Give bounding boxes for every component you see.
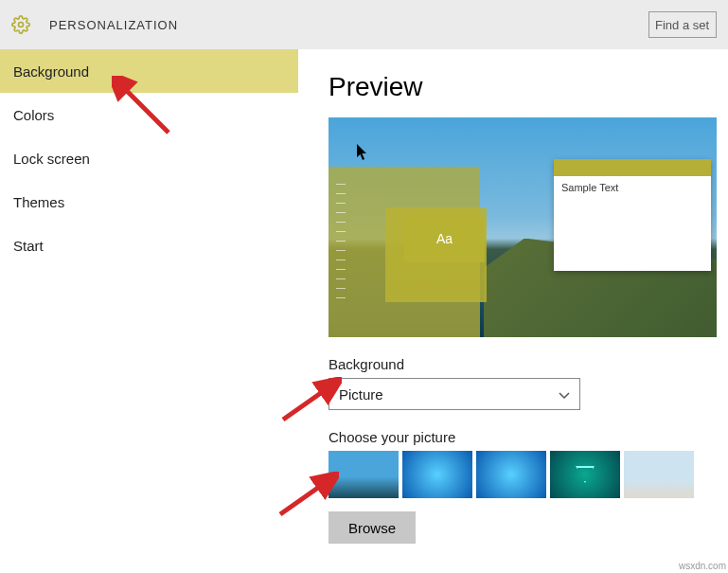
sidebar-item-lockscreen[interactable]: Lock screen bbox=[0, 136, 298, 180]
watermark: wsxdn.com bbox=[679, 561, 726, 571]
sidebar-item-colors[interactable]: Colors bbox=[0, 93, 298, 136]
gear-icon bbox=[11, 15, 30, 34]
choose-picture-label: Choose your picture bbox=[328, 429, 728, 445]
picture-thumb-3[interactable] bbox=[550, 451, 620, 498]
cursor-icon bbox=[357, 144, 370, 165]
dropdown-value: Picture bbox=[339, 386, 383, 403]
sidebar-item-label: Colors bbox=[13, 107, 54, 123]
picture-thumb-1[interactable] bbox=[402, 451, 472, 498]
sidebar-item-label: Background bbox=[13, 63, 89, 80]
sidebar: Background Colors Lock screen Themes Sta… bbox=[0, 49, 298, 573]
browse-button[interactable]: Browse bbox=[328, 511, 416, 544]
search-input[interactable]: Find a set bbox=[648, 11, 717, 38]
preview-heading: Preview bbox=[328, 72, 728, 102]
svg-point-0 bbox=[19, 23, 24, 27]
header-bar: PERSONALIZATION Find a set bbox=[0, 0, 728, 49]
picture-thumb-2[interactable] bbox=[476, 451, 546, 498]
sidebar-item-start[interactable]: Start bbox=[0, 224, 298, 267]
preview-sample-window: Sample Text bbox=[554, 159, 711, 271]
picture-thumbnails bbox=[328, 451, 728, 498]
sample-window-text: Sample Text bbox=[554, 176, 711, 199]
preview-aa-tile: Aa bbox=[404, 215, 485, 262]
sidebar-item-label: Start bbox=[13, 238, 44, 254]
sidebar-item-label: Themes bbox=[13, 194, 64, 210]
sample-window-titlebar bbox=[554, 159, 711, 176]
background-dropdown[interactable]: Picture bbox=[328, 378, 580, 410]
picture-thumb-4[interactable] bbox=[624, 451, 694, 498]
main-panel: Preview Aa Sample Text Background Pictur… bbox=[298, 49, 728, 573]
search-placeholder: Find a set bbox=[655, 18, 709, 32]
picture-thumb-0[interactable] bbox=[328, 451, 399, 498]
aa-label: Aa bbox=[436, 231, 453, 246]
sidebar-item-label: Lock screen bbox=[13, 151, 90, 167]
chevron-down-icon bbox=[559, 386, 570, 403]
preview-ruler bbox=[336, 184, 346, 307]
desktop-preview: Aa Sample Text bbox=[328, 117, 717, 337]
page-title: PERSONALIZATION bbox=[49, 18, 178, 32]
background-label: Background bbox=[328, 356, 728, 372]
sidebar-item-background[interactable]: Background bbox=[0, 49, 298, 93]
sidebar-item-themes[interactable]: Themes bbox=[0, 180, 298, 224]
browse-label: Browse bbox=[348, 520, 396, 536]
